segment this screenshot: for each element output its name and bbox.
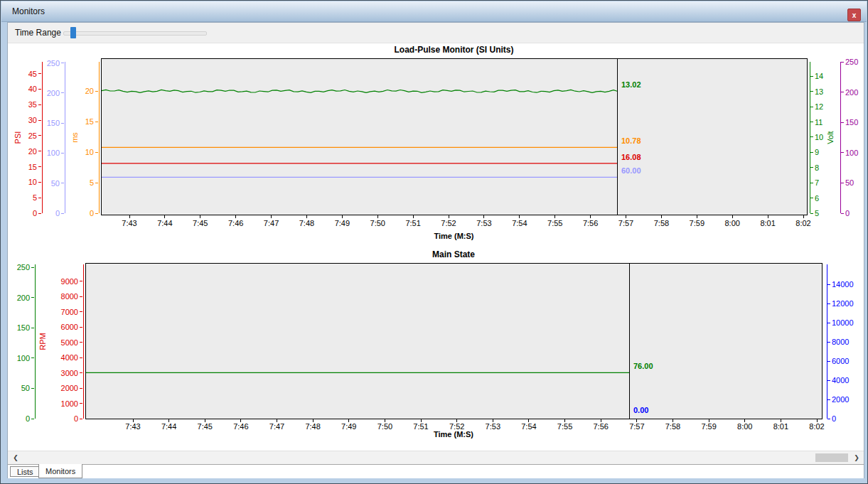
x-tick-label: 8:00	[724, 219, 739, 227]
y-tick-label-rpm: 4000	[61, 353, 78, 362]
y-tick-label-rpm: 8000	[61, 292, 78, 301]
y-tick-label-aux250r: 150	[845, 118, 858, 127]
x-tick-label: 7:48	[299, 219, 314, 227]
y-tick-label-aux250l: 200	[47, 89, 60, 97]
y-tick-label-auxr: 14000	[832, 280, 854, 289]
y-tick-label-volt: 14	[815, 72, 823, 80]
horizontal-scrollbar[interactable]: ❮ ❯	[8, 451, 864, 464]
x-tick-label: 7:55	[557, 422, 572, 431]
plot-area[interactable]	[101, 58, 807, 215]
scrollbar-thumb[interactable]	[815, 453, 848, 462]
tab-monitors[interactable]: Monitors	[38, 464, 82, 478]
x-tick-label: 7:52	[441, 219, 456, 227]
value-label-zero-line: 0.00	[633, 406, 648, 414]
y-tick-label-volt: 5	[815, 209, 819, 217]
value-label-volt-line: 13.02	[621, 80, 641, 89]
y-tick-label-rpm: 3000	[61, 369, 78, 377]
y-tick-label-auxr: 6000	[832, 357, 849, 365]
y-tick-label-aux250r: 0	[845, 209, 850, 217]
tab-monitors-label: Monitors	[45, 467, 75, 475]
y-tick-label-rpm: 5000	[61, 338, 78, 347]
y-tick-label-psi: 45	[28, 70, 37, 78]
tab-lists[interactable]: Lists	[10, 466, 41, 477]
chart-title: Main State	[432, 249, 475, 259]
chart-main-state: Main State050100150200250010002000300040…	[10, 247, 863, 453]
y-tick-label-ms: 10	[85, 148, 94, 156]
y-tick-label-aux250: 0	[26, 414, 30, 423]
x-tick-label: 8:02	[809, 422, 824, 431]
x-tick-label: 7:56	[593, 422, 608, 431]
x-tick-label: 7:55	[547, 219, 562, 227]
x-tick-label: 7:43	[125, 422, 140, 431]
y-tick-label-aux250r: 250	[845, 58, 858, 66]
axis-label-rpm: RPM	[38, 333, 47, 350]
y-tick-label-rpm: 2000	[61, 384, 78, 392]
y-tick-label-aux250l: 0	[55, 209, 60, 217]
y-tick-label-ms: 20	[85, 87, 94, 95]
x-tick-label: 7:51	[405, 219, 420, 227]
y-tick-label-rpm: 7000	[61, 308, 78, 316]
value-label-psi-line: 16.08	[621, 153, 641, 161]
x-tick-label: 7:49	[341, 422, 356, 431]
x-tick-label: 7:45	[193, 219, 208, 227]
x-axis-title: Time (M:S)	[434, 430, 473, 439]
y-tick-label-volt: 7	[815, 178, 819, 187]
x-tick-label: 7:57	[618, 219, 633, 227]
y-tick-label-psi: 20	[28, 147, 37, 156]
x-tick-label: 7:57	[629, 422, 644, 431]
chart-load-pulse-monitor: Load-Pulse Monitor (SI Units)05101520253…	[10, 43, 863, 247]
y-tick-label-volt: 12	[815, 102, 823, 111]
y-tick-label-aux250r: 100	[845, 149, 858, 157]
x-tick-label: 8:01	[773, 422, 788, 431]
y-tick-label-auxr: 10000	[832, 318, 854, 327]
scroll-left-icon[interactable]: ❮	[9, 451, 22, 464]
x-tick-label: 7:58	[654, 219, 669, 227]
y-tick-label-aux250l: 250	[47, 59, 60, 68]
y-tick-label-aux250l: 150	[47, 119, 60, 127]
x-tick-label: 8:02	[795, 219, 810, 227]
title-bar[interactable]: Monitors x	[1, 1, 867, 22]
x-tick-label: 7:48	[305, 422, 320, 431]
chart-title: Load-Pulse Monitor (SI Units)	[395, 45, 514, 55]
y-tick-label-rpm: 0	[74, 414, 78, 423]
close-icon[interactable]: x	[847, 9, 861, 21]
axis-label-ms: ms	[70, 132, 79, 143]
x-tick-label: 7:44	[157, 219, 172, 227]
window-title: Monitors	[12, 6, 45, 16]
plot-area[interactable]	[85, 263, 822, 419]
y-tick-label-volt: 9	[815, 148, 819, 156]
x-tick-label: 7:56	[583, 219, 598, 227]
x-tick-label: 7:44	[161, 422, 176, 431]
y-tick-label-volt: 8	[815, 163, 819, 172]
x-tick-label: 7:50	[370, 219, 385, 227]
y-tick-label-aux250: 200	[17, 294, 30, 302]
y-tick-label-auxr: 2000	[832, 395, 849, 404]
y-tick-label-volt: 10	[815, 133, 823, 141]
content-area: Time Range Load-Pulse Monitor (SI Units)…	[7, 22, 864, 478]
y-tick-label-auxr: 8000	[832, 338, 849, 346]
x-tick-label: 7:58	[665, 422, 680, 431]
y-tick-label-auxr: 0	[832, 414, 836, 423]
x-tick-label: 7:50	[377, 422, 392, 431]
x-tick-label: 8:01	[760, 219, 775, 227]
value-label-state-line: 76.00	[633, 362, 653, 370]
x-tick-label: 7:47	[269, 422, 284, 431]
x-tick-label: 7:53	[486, 422, 500, 431]
y-tick-label-psi: 15	[28, 163, 37, 171]
y-tick-label-aux250r: 200	[845, 88, 858, 97]
y-tick-label-psi: 5	[33, 193, 37, 202]
x-axis-title: Time (M:S)	[434, 232, 473, 240]
y-tick-label-volt: 11	[815, 118, 823, 127]
scroll-right-icon[interactable]: ❯	[850, 451, 863, 464]
x-tick-label: 7:46	[233, 422, 248, 431]
value-label-ms-line: 10.78	[621, 136, 641, 145]
y-tick-label-aux250l: 100	[47, 149, 60, 157]
y-tick-label-auxr: 4000	[832, 376, 849, 384]
x-tick-label: 7:43	[122, 219, 136, 227]
y-tick-label-psi: 10	[28, 178, 37, 186]
value-label-aux-line: 60.00	[621, 166, 641, 175]
axis-label-psi: PSI	[14, 131, 22, 144]
tab-lists-label: Lists	[17, 468, 33, 476]
x-tick-label: 7:54	[512, 219, 527, 227]
tab-bar: Lists Monitors	[8, 464, 864, 478]
